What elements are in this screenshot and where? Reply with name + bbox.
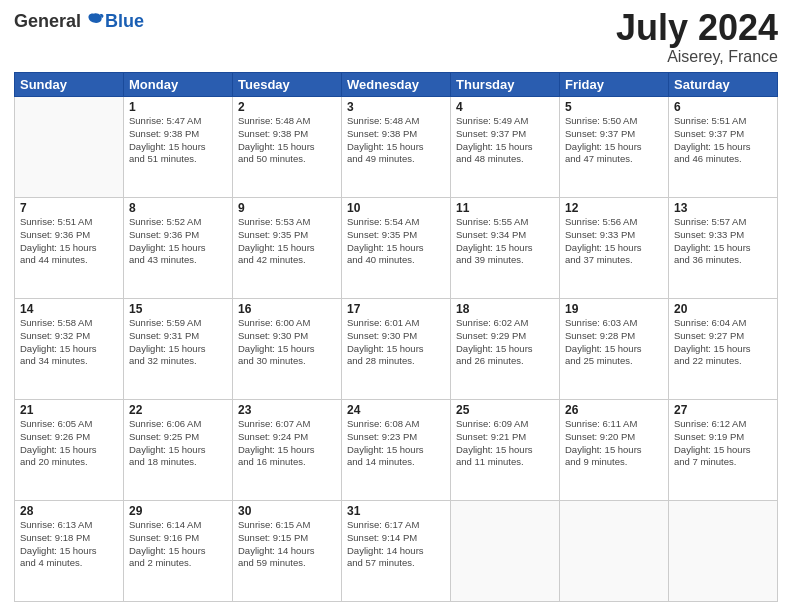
day-number: 31: [347, 504, 445, 518]
day-info: Sunrise: 5:50 AMSunset: 9:37 PMDaylight:…: [565, 115, 663, 166]
day-info: Sunrise: 5:51 AMSunset: 9:37 PMDaylight:…: [674, 115, 772, 166]
calendar-day-cell: 7Sunrise: 5:51 AMSunset: 9:36 PMDaylight…: [15, 198, 124, 299]
calendar-day-cell: 6Sunrise: 5:51 AMSunset: 9:37 PMDaylight…: [669, 97, 778, 198]
day-number: 8: [129, 201, 227, 215]
day-info: Sunrise: 5:56 AMSunset: 9:33 PMDaylight:…: [565, 216, 663, 267]
calendar-day-cell: 3Sunrise: 5:48 AMSunset: 9:38 PMDaylight…: [342, 97, 451, 198]
day-number: 25: [456, 403, 554, 417]
header-tuesday: Tuesday: [233, 73, 342, 97]
day-info: Sunrise: 6:12 AMSunset: 9:19 PMDaylight:…: [674, 418, 772, 469]
calendar-day-cell: 31Sunrise: 6:17 AMSunset: 9:14 PMDayligh…: [342, 501, 451, 602]
day-info: Sunrise: 5:48 AMSunset: 9:38 PMDaylight:…: [347, 115, 445, 166]
day-number: 12: [565, 201, 663, 215]
day-info: Sunrise: 6:08 AMSunset: 9:23 PMDaylight:…: [347, 418, 445, 469]
day-info: Sunrise: 6:06 AMSunset: 9:25 PMDaylight:…: [129, 418, 227, 469]
day-number: 6: [674, 100, 772, 114]
calendar-day-cell: 4Sunrise: 5:49 AMSunset: 9:37 PMDaylight…: [451, 97, 560, 198]
day-number: 24: [347, 403, 445, 417]
calendar-week-row: 14Sunrise: 5:58 AMSunset: 9:32 PMDayligh…: [15, 299, 778, 400]
logo: General Blue: [14, 10, 144, 32]
day-number: 15: [129, 302, 227, 316]
logo-general-text: General: [14, 11, 81, 32]
day-number: 27: [674, 403, 772, 417]
header-thursday: Thursday: [451, 73, 560, 97]
day-info: Sunrise: 6:03 AMSunset: 9:28 PMDaylight:…: [565, 317, 663, 368]
calendar-day-cell: 1Sunrise: 5:47 AMSunset: 9:38 PMDaylight…: [124, 97, 233, 198]
day-info: Sunrise: 5:49 AMSunset: 9:37 PMDaylight:…: [456, 115, 554, 166]
day-number: 22: [129, 403, 227, 417]
day-info: Sunrise: 5:54 AMSunset: 9:35 PMDaylight:…: [347, 216, 445, 267]
day-number: 21: [20, 403, 118, 417]
month-title: July 2024: [616, 10, 778, 46]
calendar-day-cell: 25Sunrise: 6:09 AMSunset: 9:21 PMDayligh…: [451, 400, 560, 501]
day-number: 29: [129, 504, 227, 518]
page: General Blue July 2024 Aiserey, France S…: [0, 0, 792, 612]
calendar-header-row: Sunday Monday Tuesday Wednesday Thursday…: [15, 73, 778, 97]
day-number: 9: [238, 201, 336, 215]
day-number: 7: [20, 201, 118, 215]
day-info: Sunrise: 5:59 AMSunset: 9:31 PMDaylight:…: [129, 317, 227, 368]
day-number: 26: [565, 403, 663, 417]
header-monday: Monday: [124, 73, 233, 97]
day-info: Sunrise: 5:58 AMSunset: 9:32 PMDaylight:…: [20, 317, 118, 368]
day-info: Sunrise: 5:47 AMSunset: 9:38 PMDaylight:…: [129, 115, 227, 166]
calendar-day-cell: 20Sunrise: 6:04 AMSunset: 9:27 PMDayligh…: [669, 299, 778, 400]
day-number: 1: [129, 100, 227, 114]
calendar-day-cell: 16Sunrise: 6:00 AMSunset: 9:30 PMDayligh…: [233, 299, 342, 400]
calendar-day-cell: [15, 97, 124, 198]
calendar-day-cell: 9Sunrise: 5:53 AMSunset: 9:35 PMDaylight…: [233, 198, 342, 299]
calendar-day-cell: 30Sunrise: 6:15 AMSunset: 9:15 PMDayligh…: [233, 501, 342, 602]
calendar-day-cell: [669, 501, 778, 602]
day-number: 16: [238, 302, 336, 316]
header-sunday: Sunday: [15, 73, 124, 97]
day-info: Sunrise: 5:53 AMSunset: 9:35 PMDaylight:…: [238, 216, 336, 267]
day-info: Sunrise: 6:02 AMSunset: 9:29 PMDaylight:…: [456, 317, 554, 368]
calendar-day-cell: 13Sunrise: 5:57 AMSunset: 9:33 PMDayligh…: [669, 198, 778, 299]
day-number: 3: [347, 100, 445, 114]
title-block: July 2024 Aiserey, France: [616, 10, 778, 66]
day-info: Sunrise: 6:01 AMSunset: 9:30 PMDaylight:…: [347, 317, 445, 368]
header-friday: Friday: [560, 73, 669, 97]
calendar-day-cell: 14Sunrise: 5:58 AMSunset: 9:32 PMDayligh…: [15, 299, 124, 400]
day-info: Sunrise: 5:51 AMSunset: 9:36 PMDaylight:…: [20, 216, 118, 267]
day-info: Sunrise: 6:00 AMSunset: 9:30 PMDaylight:…: [238, 317, 336, 368]
logo-bird-icon: [83, 10, 105, 32]
logo-blue-text: Blue: [105, 11, 144, 32]
day-info: Sunrise: 6:05 AMSunset: 9:26 PMDaylight:…: [20, 418, 118, 469]
day-number: 17: [347, 302, 445, 316]
calendar-day-cell: 28Sunrise: 6:13 AMSunset: 9:18 PMDayligh…: [15, 501, 124, 602]
day-number: 20: [674, 302, 772, 316]
day-info: Sunrise: 5:55 AMSunset: 9:34 PMDaylight:…: [456, 216, 554, 267]
day-number: 11: [456, 201, 554, 215]
calendar-day-cell: 22Sunrise: 6:06 AMSunset: 9:25 PMDayligh…: [124, 400, 233, 501]
calendar-day-cell: 5Sunrise: 5:50 AMSunset: 9:37 PMDaylight…: [560, 97, 669, 198]
calendar-week-row: 7Sunrise: 5:51 AMSunset: 9:36 PMDaylight…: [15, 198, 778, 299]
calendar-day-cell: 23Sunrise: 6:07 AMSunset: 9:24 PMDayligh…: [233, 400, 342, 501]
calendar-day-cell: 18Sunrise: 6:02 AMSunset: 9:29 PMDayligh…: [451, 299, 560, 400]
day-number: 5: [565, 100, 663, 114]
day-number: 30: [238, 504, 336, 518]
calendar-week-row: 1Sunrise: 5:47 AMSunset: 9:38 PMDaylight…: [15, 97, 778, 198]
calendar-day-cell: 26Sunrise: 6:11 AMSunset: 9:20 PMDayligh…: [560, 400, 669, 501]
calendar-table: Sunday Monday Tuesday Wednesday Thursday…: [14, 72, 778, 602]
day-info: Sunrise: 5:57 AMSunset: 9:33 PMDaylight:…: [674, 216, 772, 267]
location-title: Aiserey, France: [616, 48, 778, 66]
header-wednesday: Wednesday: [342, 73, 451, 97]
day-number: 18: [456, 302, 554, 316]
day-number: 14: [20, 302, 118, 316]
day-number: 13: [674, 201, 772, 215]
day-info: Sunrise: 6:09 AMSunset: 9:21 PMDaylight:…: [456, 418, 554, 469]
calendar-week-row: 21Sunrise: 6:05 AMSunset: 9:26 PMDayligh…: [15, 400, 778, 501]
calendar-day-cell: [560, 501, 669, 602]
calendar-day-cell: 29Sunrise: 6:14 AMSunset: 9:16 PMDayligh…: [124, 501, 233, 602]
day-number: 10: [347, 201, 445, 215]
calendar-day-cell: 19Sunrise: 6:03 AMSunset: 9:28 PMDayligh…: [560, 299, 669, 400]
day-number: 23: [238, 403, 336, 417]
calendar-day-cell: [451, 501, 560, 602]
day-info: Sunrise: 6:13 AMSunset: 9:18 PMDaylight:…: [20, 519, 118, 570]
calendar-day-cell: 8Sunrise: 5:52 AMSunset: 9:36 PMDaylight…: [124, 198, 233, 299]
day-number: 2: [238, 100, 336, 114]
calendar-day-cell: 10Sunrise: 5:54 AMSunset: 9:35 PMDayligh…: [342, 198, 451, 299]
day-info: Sunrise: 6:17 AMSunset: 9:14 PMDaylight:…: [347, 519, 445, 570]
calendar-day-cell: 12Sunrise: 5:56 AMSunset: 9:33 PMDayligh…: [560, 198, 669, 299]
